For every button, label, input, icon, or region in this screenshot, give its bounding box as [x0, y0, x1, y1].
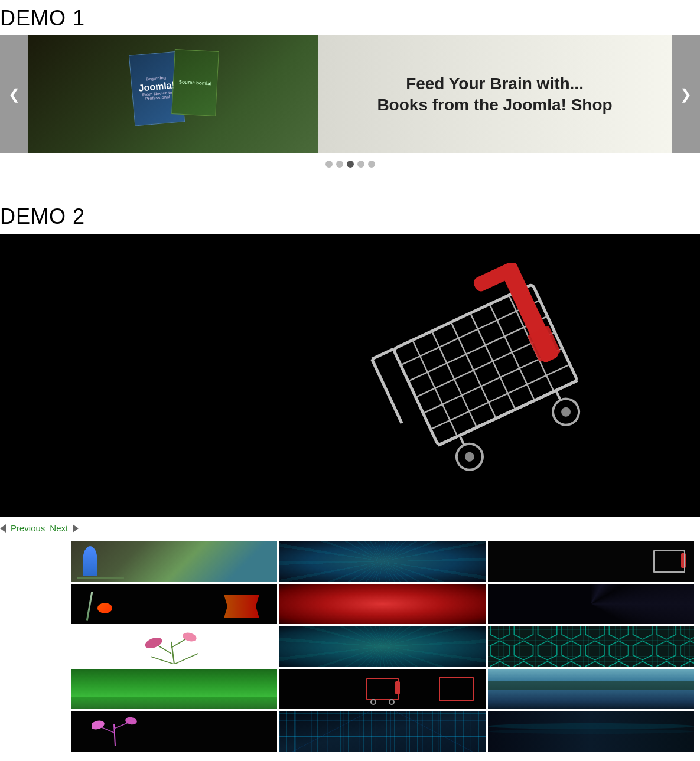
- book2-text: Source bomla!: [179, 79, 212, 86]
- svg-line-33: [114, 724, 115, 746]
- demo1-next-arrow[interactable]: ❯: [672, 35, 700, 153]
- demo1-prev-arrow[interactable]: ❮: [0, 35, 28, 153]
- thumbnail-8[interactable]: [279, 626, 486, 667]
- thumbnail-6[interactable]: [488, 584, 694, 624]
- book-stack: Beginning Joomla! From Novice to Profess…: [126, 47, 220, 142]
- thumbnail-9[interactable]: [488, 626, 694, 667]
- thumbnail-13[interactable]: [71, 711, 277, 752]
- svg-point-16: [463, 450, 476, 463]
- demo2-nav: Previous Next: [0, 517, 700, 539]
- svg-line-34: [100, 727, 114, 733]
- thumbnail-4[interactable]: [71, 584, 277, 624]
- demo1-banner-text-area: Feed Your Brain with... Books from the J…: [318, 35, 672, 153]
- svg-line-36: [114, 723, 128, 729]
- demo1-banner-books: Beginning Joomla! From Novice to Profess…: [28, 35, 318, 153]
- svg-rect-38: [279, 711, 486, 752]
- demo2-wrapper: Previous Next: [0, 234, 700, 752]
- svg-line-30: [174, 654, 198, 664]
- dot-4[interactable]: [357, 161, 364, 168]
- svg-line-25: [157, 645, 171, 654]
- svg-line-24: [171, 642, 174, 664]
- thumbnail-2[interactable]: [279, 541, 486, 582]
- svg-point-35: [92, 719, 105, 731]
- banner-headline: Feed Your Brain with... Books from the J…: [377, 73, 612, 116]
- demo1-dots: [0, 153, 700, 175]
- demo1-banner: Beginning Joomla! From Novice to Profess…: [28, 35, 672, 153]
- demo2-main-image: [0, 234, 700, 517]
- thumbnail-11[interactable]: [279, 669, 486, 709]
- left-chevron-icon: ❮: [8, 86, 20, 103]
- svg-line-9: [470, 313, 515, 409]
- previous-arrow-icon: [0, 524, 6, 533]
- demo1-title: DEMO 1: [0, 0, 700, 35]
- svg-point-18: [559, 406, 572, 418]
- dot-2[interactable]: [336, 161, 343, 168]
- svg-line-40: [383, 711, 486, 752]
- svg-line-7: [431, 331, 476, 427]
- svg-line-22: [372, 359, 402, 423]
- dot-5[interactable]: [368, 161, 375, 168]
- thumbnail-14[interactable]: [279, 711, 486, 752]
- demo1-wrapper: ❮ Beginning Joomla! From Novice to Profe…: [0, 35, 700, 175]
- next-button[interactable]: Next: [50, 523, 68, 533]
- svg-point-26: [144, 635, 164, 650]
- thumbnail-grid: [71, 541, 694, 752]
- thumbnail-3[interactable]: [488, 541, 694, 582]
- svg-line-6: [412, 340, 457, 436]
- thumbnail-12[interactable]: [488, 669, 694, 709]
- svg-line-19: [460, 435, 464, 445]
- dot-3[interactable]: [347, 161, 354, 168]
- svg-line-21: [372, 349, 393, 359]
- shopping-cart-svg: [366, 263, 614, 488]
- dot-1[interactable]: [325, 161, 333, 168]
- svg-point-28: [181, 631, 197, 643]
- banner-text-line2: Books from the Joomla! Shop: [377, 94, 612, 116]
- svg-rect-32: [488, 626, 694, 667]
- demo2-title: DEMO 2: [0, 198, 700, 234]
- demo1-slider: ❮ Beginning Joomla! From Novice to Profe…: [0, 35, 700, 153]
- thumbnail-10[interactable]: [71, 669, 277, 709]
- next-arrow-icon: [73, 524, 79, 533]
- thumbnail-15[interactable]: [488, 711, 694, 752]
- svg-point-37: [125, 716, 138, 725]
- svg-line-8: [451, 322, 496, 419]
- previous-button[interactable]: Previous: [11, 523, 45, 533]
- svg-line-20: [556, 390, 561, 400]
- banner-text-line1: Feed Your Brain with...: [377, 73, 612, 94]
- thumbnail-1[interactable]: [71, 541, 277, 582]
- svg-line-27: [171, 639, 186, 648]
- thumbnail-5[interactable]: [279, 584, 486, 624]
- shopping-cart-container: [280, 234, 700, 517]
- svg-line-29: [151, 657, 174, 664]
- book2: Source bomla!: [171, 49, 219, 116]
- thumbnail-7[interactable]: [71, 626, 277, 667]
- svg-line-39: [279, 711, 383, 752]
- right-chevron-icon: ❯: [680, 86, 692, 103]
